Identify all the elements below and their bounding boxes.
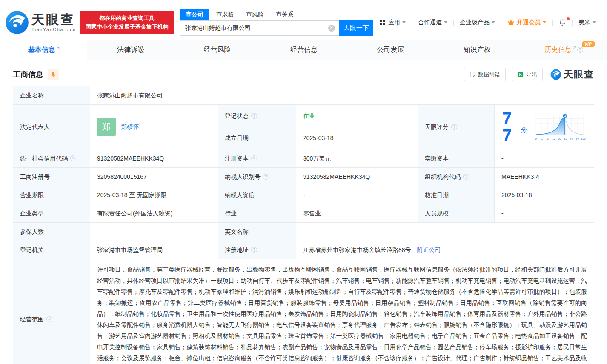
tab-ip[interactable]: 知识产权 [434, 40, 520, 60]
section-title: 工商信息 [13, 69, 43, 80]
table-row: 登记机关 张家港市市场监督管理局 注册地址 江苏省苏州市张家港市杨舍镇长泾路88… [13, 241, 594, 259]
help-icon[interactable] [463, 174, 469, 180]
divider [412, 20, 412, 26]
company-name-value: 张家港山姆超市有限公司 [90, 86, 594, 105]
help-icon[interactable] [251, 155, 257, 161]
field-label: 登记状态 [218, 105, 296, 127]
reg-capital-value: 300万美元 [296, 149, 418, 168]
tianyancha-logo[interactable]: 天眼查 TianYanCha.com [5, 11, 76, 34]
field-label: 注册资本 [218, 149, 296, 168]
nav-products-label: 企业级产品 [460, 19, 490, 26]
help-icon[interactable] [251, 113, 257, 119]
avatar[interactable]: 郑 [97, 118, 116, 136]
reg-address-cell: 江苏省苏州市张家港市杨舍镇长泾路88号 附近公司 [296, 241, 594, 259]
search-tab-company[interactable]: 查公司 [180, 9, 209, 20]
field-label: 成立日期 [218, 127, 296, 149]
search-input[interactable] [180, 20, 339, 36]
tianyancha-logo-icon [550, 69, 561, 80]
taxpayer-quality-value: - [296, 186, 418, 204]
svg-text:3: 3 [547, 137, 549, 140]
tab-basic-count: 5 [57, 45, 60, 51]
legal-rep-link[interactable]: 郑硕怀 [121, 123, 139, 131]
slogan-line2: 国家中小企业发展子基金旗下机构 [86, 23, 169, 31]
company-tabbar: 基本信息 5 法律诉讼 经营风险 经营信息 公司发展 知识产权 VIP 历史信息… [0, 40, 607, 60]
tab-risk[interactable]: 经营风险 [174, 40, 261, 60]
est-date-value: 2025-03-18 [296, 127, 418, 149]
slogan-badge: 都在用的商业查询工具 国家中小企业发展子基金旗下机构 [80, 11, 174, 34]
search-button[interactable]: 天眼一下 [339, 20, 373, 36]
chevron-down-icon [543, 21, 546, 23]
table-row: 工商注册号 320582400015167 纳税人识别号 91320582MAE… [13, 168, 594, 186]
nav-user[interactable]: 费米 [577, 19, 598, 26]
tab-operation[interactable]: 经营信息 [261, 40, 347, 60]
brand-name: 天眼查 [31, 13, 76, 26]
help-icon[interactable] [251, 247, 257, 253]
notification-dot [567, 17, 570, 20]
reg-authority-value: 张家港市市场监督管理局 [90, 241, 218, 259]
reg-number-value: 320582400015167 [90, 168, 218, 186]
staff-size-value: - [495, 204, 594, 223]
notifications-bell[interactable] [557, 19, 568, 26]
field-label: 登记机关 [13, 241, 90, 259]
field-label: 企业类型 [13, 204, 90, 223]
paid-capital-value: - [495, 149, 594, 168]
field-label: 纳税人识别号 [218, 168, 296, 186]
score-cell: 77 分 [495, 105, 594, 149]
approval-date-value: 2025-03-18 [495, 186, 594, 204]
nav-products[interactable]: 企业级产品 [458, 19, 497, 26]
export-button[interactable]: 导出 [512, 68, 543, 81]
search-tabs: 查公司 查老板 查风险 查关系 [180, 9, 373, 20]
business-info-section: 工商信息 数据纠错 导出 [0, 60, 607, 364]
field-label: 统一社会信用代码 [13, 149, 90, 168]
help-icon[interactable] [70, 155, 76, 161]
bell-icon [50, 72, 56, 77]
table-row: 企业名称 张家港山姆超市有限公司 [13, 86, 594, 105]
nearby-companies-link[interactable]: 附近公司 [417, 246, 441, 253]
nav-vip-label: 开通会员 [517, 19, 541, 26]
header-nav: 应用 合作通道 企业级产品 开通会员 [378, 19, 598, 26]
tab-history[interactable]: VIP 历史信息 2 [521, 40, 607, 60]
edit-doc-icon [470, 72, 475, 77]
reg-address-value: 江苏省苏州市张家港市杨舍镇长泾路88号 [303, 246, 411, 253]
table-row: 参保人数 - 英文名称 - [13, 223, 594, 241]
field-label: 天眼评分 [418, 105, 495, 149]
svg-text:97: 97 [570, 137, 573, 140]
business-term-value: 2025-03-18 至 无固定期限 [90, 186, 218, 204]
field-label: 法定代表人 [13, 105, 90, 149]
search-tab-relation[interactable]: 查关系 [276, 9, 294, 20]
field-label: 参保人数 [13, 223, 90, 241]
nav-vip[interactable]: 开通会员 [506, 19, 548, 26]
slogan-line1: 都在用的商业查询工具 [86, 14, 169, 23]
field-label: 实缴资本 [418, 149, 495, 168]
field-label: 注册地址 [218, 241, 296, 259]
tab-development[interactable]: 公司发展 [347, 40, 434, 60]
search-tab-boss[interactable]: 查老板 [216, 9, 234, 20]
help-icon[interactable] [46, 316, 52, 322]
legal-rep-cell: 郑 郑硕怀 [90, 105, 218, 149]
nav-channel[interactable]: 合作通道 [416, 19, 449, 26]
apps-grid-icon [379, 19, 386, 26]
field-label: 行业 [218, 204, 296, 223]
clear-icon[interactable] [328, 25, 335, 32]
nav-apps[interactable]: 应用 [378, 19, 407, 26]
tab-basic-info[interactable]: 基本信息 5 [0, 40, 87, 60]
help-icon[interactable] [263, 174, 269, 180]
tab-history-count: 2 [573, 45, 576, 51]
taxpayer-id-value: 91320582MAEEHKK34Q [296, 168, 418, 186]
reg-status-value: 在业 [296, 105, 418, 127]
insured-count-value: - [90, 223, 218, 241]
field-label: 工商注册号 [13, 168, 90, 186]
field-label: 英文名称 [218, 223, 296, 241]
brand-domain: TianYanCha.com [31, 27, 76, 32]
search-tab-risk[interactable]: 查风险 [246, 9, 264, 20]
subscribe-bell-button[interactable] [48, 69, 59, 80]
credit-code-value: 91320582MAEEHKK34Q [90, 149, 218, 168]
nav-channel-label: 合作通道 [418, 19, 442, 26]
data-correction-button[interactable]: 数据纠错 [464, 68, 506, 81]
score-distribution-chart: 0 1 3 15 50 85 97 99 100 [533, 111, 586, 143]
vip-badge: VIP [582, 41, 595, 47]
help-icon[interactable] [577, 47, 583, 53]
help-icon[interactable] [451, 124, 457, 130]
tab-legal[interactable]: 法律诉讼 [87, 40, 174, 60]
industry-value: 零售业 [296, 204, 418, 223]
